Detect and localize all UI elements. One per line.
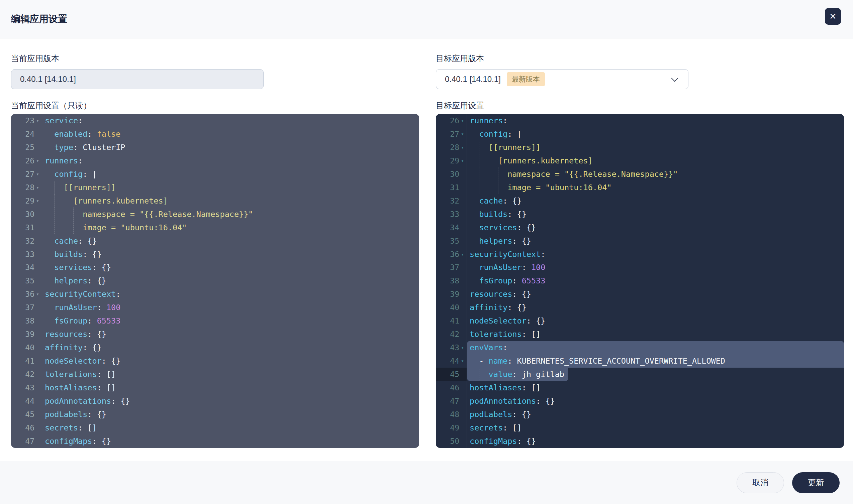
fold-icon[interactable]: ▾ [459, 158, 466, 164]
code-line[interactable]: 36▾securityContext: [436, 248, 844, 261]
code-line[interactable]: 44▾- name: KUBERNETES_SERVICE_ACCOUNT_OV… [436, 354, 844, 367]
code-line[interactable]: 35helpers: {} [436, 234, 844, 248]
code-content: fsGroup: 65533 [42, 314, 419, 327]
code-content[interactable]: builds: {} [467, 208, 844, 221]
code-content: nodeSelector: {} [42, 354, 419, 367]
code-content[interactable]: cache: {} [467, 194, 844, 208]
code-line[interactable]: 28▾[[runners]] [436, 141, 844, 154]
code-text: cache: {} [45, 236, 97, 246]
code-content: services: {} [42, 261, 419, 274]
code-line: 25type: ClusterIP [11, 141, 419, 154]
code-content[interactable]: podAnnotations: {} [467, 394, 844, 408]
line-number: 30 [25, 210, 34, 219]
line-number: 47 [25, 437, 34, 446]
gutter: 29▾ [11, 194, 42, 208]
code-line[interactable]: 40affinity: {} [436, 301, 844, 314]
code-content[interactable]: helpers: {} [467, 234, 844, 248]
code-line[interactable]: 32cache: {} [436, 194, 844, 208]
code-content[interactable]: services: {} [467, 221, 844, 234]
code-line[interactable]: 30namespace = "{{.Release.Namespace}}" [436, 167, 844, 181]
code-content[interactable]: envVars: [467, 341, 844, 354]
code-line[interactable]: 34services: {} [436, 221, 844, 234]
code-content[interactable]: config: | [467, 127, 844, 141]
code-content[interactable]: secrets: [] [467, 421, 844, 434]
code-line[interactable]: 38fsGroup: 65533 [436, 274, 844, 287]
code-line[interactable]: 26▾runners: [436, 114, 844, 127]
code-line[interactable]: 48podLabels: {} [436, 408, 844, 421]
code-line[interactable]: 42tolerations: [] [436, 327, 844, 341]
code-line: 29▾[runners.kubernetes] [11, 194, 419, 208]
code-content[interactable]: resources: {} [467, 287, 844, 301]
code-text: envVars: [470, 343, 507, 352]
fold-icon[interactable]: ▾ [459, 144, 466, 150]
code-content[interactable]: value: jh-gitlab [467, 367, 844, 381]
fold-icon[interactable]: ▾ [34, 198, 41, 204]
fold-icon[interactable]: ▾ [34, 171, 41, 177]
gutter: 38 [436, 274, 467, 287]
code-content: builds: {} [42, 248, 419, 261]
fold-icon[interactable]: ▾ [459, 251, 466, 257]
code-line[interactable]: 37runAsUser: 100 [436, 261, 844, 274]
fold-icon[interactable]: ▾ [34, 118, 41, 124]
fold-icon[interactable]: ▾ [34, 291, 41, 297]
current-settings-editor: 23▾service:24enabled: false25type: Clust… [11, 114, 419, 448]
code-text: runners: [470, 116, 507, 125]
fold-icon[interactable]: ▾ [34, 158, 41, 164]
line-number: 45 [450, 370, 459, 379]
code-content[interactable]: runAsUser: 100 [467, 261, 844, 274]
gutter: 45 [11, 408, 42, 421]
code-content[interactable]: securityContext: [467, 248, 844, 261]
gutter: 46 [11, 421, 42, 434]
code-line[interactable]: 27▾config: | [436, 127, 844, 141]
code-content: podLabels: {} [42, 408, 419, 421]
code-content[interactable]: fsGroup: 65533 [467, 274, 844, 287]
code-line[interactable]: 43▾envVars: [436, 341, 844, 354]
code-content[interactable]: podLabels: {} [467, 408, 844, 421]
code-line[interactable]: 45value: jh-gitlab [436, 367, 844, 381]
cancel-button[interactable]: 取消 [736, 472, 784, 493]
code-line: 47configMaps: {} [11, 434, 419, 448]
fold-icon[interactable]: ▾ [459, 131, 466, 137]
gutter: 38 [11, 314, 42, 327]
code-line[interactable]: 49secrets: [] [436, 421, 844, 434]
code-content[interactable]: runners: [467, 114, 844, 127]
gutter: 33 [11, 248, 42, 261]
code-content[interactable]: namespace = "{{.Release.Namespace}}" [467, 167, 844, 181]
fold-icon[interactable]: ▾ [459, 118, 466, 124]
fold-icon[interactable]: ▾ [459, 345, 466, 350]
gutter: 30 [436, 167, 467, 181]
code-text: fsGroup: 65533 [470, 276, 545, 285]
update-button[interactable]: 更新 [792, 472, 840, 493]
code-content[interactable]: image = "ubuntu:16.04" [467, 181, 844, 194]
code-content[interactable]: hostAliases: [] [467, 381, 844, 394]
code-content[interactable]: configMaps: {} [467, 434, 844, 448]
fold-icon[interactable]: ▾ [459, 358, 466, 364]
code-line[interactable]: 39resources: {} [436, 287, 844, 301]
gutter: 36▾ [11, 287, 42, 301]
gutter: 44 [11, 394, 42, 408]
close-button[interactable]: ✕ [825, 8, 841, 25]
code-content[interactable]: nodeSelector: {} [467, 314, 844, 327]
target-version-value: 0.40.1 [14.10.1] [445, 74, 501, 84]
code-text: nodeSelector: {} [470, 316, 545, 325]
code-line[interactable]: 46hostAliases: [] [436, 381, 844, 394]
code-content[interactable]: [runners.kubernetes] [467, 154, 844, 167]
code-text: secrets: [] [470, 423, 522, 432]
code-line: 34services: {} [11, 261, 419, 274]
code-text: helpers: {} [470, 236, 531, 246]
code-content[interactable]: - name: KUBERNETES_SERVICE_ACCOUNT_OVERW… [467, 354, 844, 367]
code-line[interactable]: 31image = "ubuntu:16.04" [436, 181, 844, 194]
code-line[interactable]: 50configMaps: {} [436, 434, 844, 448]
line-number: 31 [450, 183, 459, 192]
target-settings-editor[interactable]: 26▾runners:27▾config: |28▾[[runners]]29▾… [436, 114, 844, 448]
code-line[interactable]: 41nodeSelector: {} [436, 314, 844, 327]
code-content[interactable]: [[runners]] [467, 141, 844, 154]
code-line[interactable]: 29▾[runners.kubernetes] [436, 154, 844, 167]
code-line: 42tolerations: [] [11, 367, 419, 381]
fold-icon[interactable]: ▾ [34, 184, 41, 191]
code-line[interactable]: 33builds: {} [436, 208, 844, 221]
code-content[interactable]: affinity: {} [467, 301, 844, 314]
code-content[interactable]: tolerations: [] [467, 327, 844, 341]
code-line[interactable]: 47podAnnotations: {} [436, 394, 844, 408]
target-version-select[interactable]: 0.40.1 [14.10.1] 最新版本 [436, 69, 689, 89]
